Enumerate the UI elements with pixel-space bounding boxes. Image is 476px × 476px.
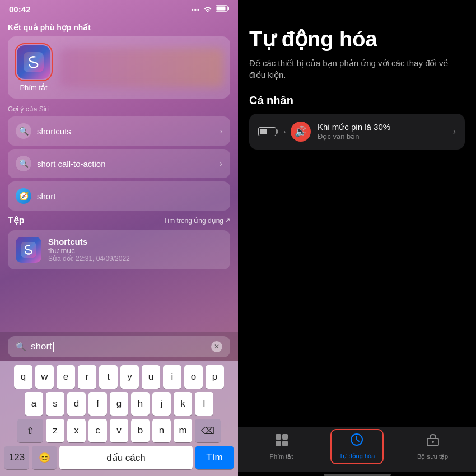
search-input[interactable]: short <box>31 341 207 352</box>
key-l[interactable]: l <box>195 392 213 416</box>
automation-content: Tự động hóa Để các thiết bị của bạn phản… <box>238 0 476 427</box>
key-shift[interactable]: ⇧ <box>17 419 43 442</box>
svg-point-11 <box>432 441 434 443</box>
key-i[interactable]: i <box>163 365 181 389</box>
suggestion-item-short[interactable]: 🧭 short <box>8 181 230 211</box>
key-delete[interactable]: ⌫ <box>195 419 221 442</box>
keyboard-row-4: 123 😊 dấu cách Tìm <box>2 446 236 469</box>
file-name: Shortcuts <box>48 237 130 246</box>
search-results-area: Kết quả phù hợp nhất <box>0 16 238 332</box>
file-date: Sửa đổi: 22:31, 04/09/2022 <box>48 255 130 263</box>
clear-search-button[interactable]: ✕ <box>211 341 222 352</box>
external-link-icon: ↗ <box>225 217 230 224</box>
best-match-card[interactable]: Phím tắt <box>8 36 230 99</box>
key-r[interactable]: r <box>78 365 96 389</box>
svg-rect-7 <box>276 441 281 446</box>
svg-rect-2 <box>217 7 226 11</box>
signal-icon: ▪▪▪ <box>191 6 200 13</box>
app-name-label: Phím tắt <box>16 83 52 92</box>
key-t[interactable]: t <box>99 365 118 389</box>
nav-shortcuts-icon <box>274 433 289 451</box>
nav-item-shortcuts[interactable]: Phím tắt <box>244 433 319 460</box>
suggestion-text-2: short <box>37 192 55 201</box>
key-b[interactable]: b <box>131 419 150 442</box>
search-suggestion-icon: 🔍 <box>16 123 31 139</box>
key-q[interactable]: q <box>14 365 32 389</box>
file-section-title: Tệp <box>8 215 25 226</box>
file-section-header: Tệp Tìm trong ứng dụng ↗ <box>8 215 230 226</box>
automation-description: Để các thiết bị của bạn phản ứng với các… <box>249 57 465 81</box>
key-h[interactable]: h <box>131 392 150 416</box>
automation-chevron-icon: › <box>453 127 456 137</box>
chevron-icon-0: › <box>220 127 222 136</box>
siri-suggestions-label: Gợi ý của Siri <box>8 105 230 113</box>
key-f[interactable]: f <box>88 392 107 416</box>
key-y[interactable]: y <box>120 365 139 389</box>
key-m[interactable]: m <box>174 419 192 442</box>
key-k[interactable]: k <box>174 392 192 416</box>
key-c[interactable]: c <box>88 419 107 442</box>
arrow-icon: → <box>279 127 287 136</box>
suggestion-text-0: shortcuts <box>37 127 71 136</box>
speaker-action-icon: 🔊 <box>291 122 311 142</box>
key-d[interactable]: d <box>67 392 86 416</box>
key-v[interactable]: v <box>110 419 128 442</box>
active-nav-border: Tự động hóa <box>330 429 384 464</box>
svg-rect-6 <box>282 434 288 440</box>
automation-info: Khi mức pin là 30% Đọc văn bản <box>318 122 390 141</box>
key-x[interactable]: x <box>67 419 86 442</box>
automation-card[interactable]: → 🔊 Khi mức pin là 30% Đọc văn bản › <box>249 114 465 150</box>
status-icons: ▪▪▪ <box>191 4 229 14</box>
suggestion-item-shortcuts[interactable]: 🔍 shortcuts › <box>8 116 230 146</box>
key-w[interactable]: w <box>35 365 54 389</box>
automation-action-name: Đọc văn bản <box>318 132 390 141</box>
battery-trigger-icon <box>258 127 276 136</box>
key-search-submit[interactable]: Tìm <box>195 446 234 469</box>
key-p[interactable]: p <box>206 365 224 389</box>
status-bar: 00:42 ▪▪▪ <box>0 0 238 16</box>
app-icon-wrapper <box>15 43 53 81</box>
key-u[interactable]: u <box>142 365 160 389</box>
battery-icon <box>216 5 229 13</box>
file-type: thư mục <box>48 246 130 255</box>
left-panel: 00:42 ▪▪▪ Kết quả phù hợp nhất <box>0 0 238 476</box>
file-info: Shortcuts thư mục Sửa đổi: 22:31, 04/09/… <box>48 237 130 263</box>
nav-item-automation[interactable]: Tự động hóa <box>319 429 395 464</box>
svg-rect-5 <box>276 434 281 440</box>
key-z[interactable]: z <box>46 419 64 442</box>
keyboard-row-3: ⇧ z x c v b n m ⌫ <box>2 419 236 442</box>
key-g[interactable]: g <box>110 392 128 416</box>
file-card[interactable]: Shortcuts thư mục Sửa đổi: 22:31, 04/09/… <box>8 230 230 269</box>
key-o[interactable]: o <box>184 365 203 389</box>
key-e[interactable]: e <box>57 365 75 389</box>
wifi-icon <box>203 4 212 14</box>
automation-title: Tự động hóa <box>249 28 465 52</box>
home-indicator <box>324 474 391 476</box>
nav-automation-icon <box>349 432 364 450</box>
automation-icons: → 🔊 <box>258 122 311 142</box>
keyboard-row-2: a s d f g h j k l <box>2 392 236 416</box>
key-a[interactable]: a <box>25 392 43 416</box>
suggestion-item-call[interactable]: 🔍 short call-to-action › <box>8 149 230 178</box>
nav-item-collection[interactable]: Bộ sưu tập <box>395 433 470 460</box>
search-suggestion-icon-1: 🔍 <box>16 156 31 171</box>
key-123[interactable]: 123 <box>4 446 29 469</box>
nav-collection-icon <box>426 433 440 451</box>
key-s[interactable]: s <box>46 392 64 416</box>
nav-automation-label: Tự động hóa <box>339 452 375 460</box>
right-panel: Tự động hóa Để các thiết bị của bạn phản… <box>238 0 476 476</box>
personal-section-label: Cá nhân <box>249 94 465 107</box>
key-space[interactable]: dấu cách <box>59 446 193 469</box>
safari-icon: 🧭 <box>16 188 31 204</box>
key-j[interactable]: j <box>152 392 171 416</box>
search-in-app-link[interactable]: Tìm trong ứng dụng ↗ <box>164 217 230 225</box>
chevron-icon-1: › <box>220 159 222 168</box>
search-icon: 🔍 <box>16 342 26 352</box>
automation-trigger-name: Khi mức pin là 30% <box>318 122 390 132</box>
search-bar[interactable]: 🔍 short ✕ <box>8 336 230 357</box>
keyboard: q w e r t y u i o p a s d f g h j k l ⇧ … <box>0 361 238 476</box>
key-emoji[interactable]: 😊 <box>32 446 57 469</box>
svg-rect-8 <box>282 441 288 446</box>
shortcuts-app-icon <box>17 45 50 79</box>
key-n[interactable]: n <box>152 419 171 442</box>
